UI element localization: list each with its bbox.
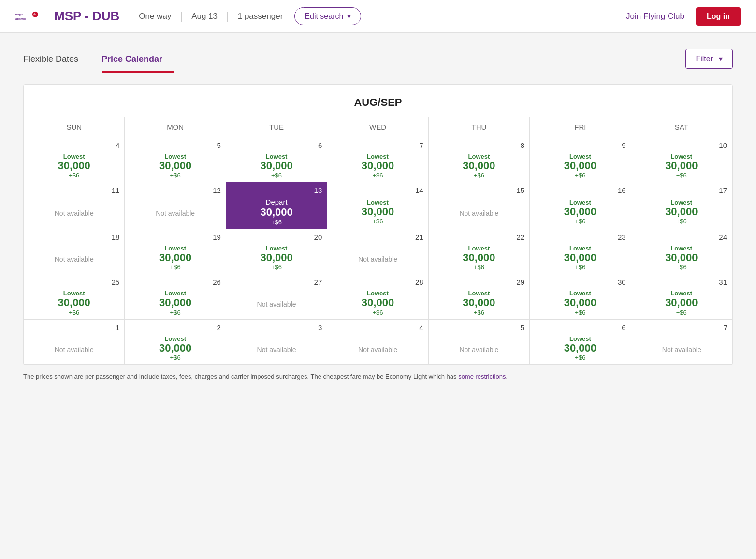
table-row[interactable]: 28Lowest30,000+$6	[327, 274, 428, 319]
price-extra: +$6	[676, 264, 687, 271]
price-extra: +$6	[474, 309, 484, 316]
not-available-text: Not available	[156, 209, 195, 217]
table-row[interactable]: 17Lowest30,000+$6	[631, 182, 732, 229]
price-main: 30,000	[159, 342, 191, 354]
date-number: 4	[116, 141, 119, 149]
cell-content: Lowest30,000+$6	[635, 140, 728, 179]
lowest-label: Lowest	[164, 335, 186, 342]
table-row[interactable]: 6Lowest30,000+$6	[530, 320, 631, 365]
day-sun: SUN	[24, 117, 125, 137]
date-number: 30	[618, 278, 626, 286]
cell-content: Lowest30,000+$6	[129, 232, 221, 271]
lowest-label: Lowest	[164, 245, 186, 252]
table-row[interactable]: 15Not available	[429, 182, 530, 229]
table-row[interactable]: 11Not available	[24, 182, 125, 229]
edit-search-button[interactable]: Edit search	[294, 7, 361, 25]
cell-content: Lowest30,000+$6	[28, 140, 120, 179]
price-extra: +$6	[575, 309, 585, 316]
table-row[interactable]: 4Not available	[327, 320, 428, 365]
cell-content: Not available	[635, 323, 728, 361]
lowest-label: Lowest	[164, 153, 186, 160]
table-row[interactable]: 2Lowest30,000+$6	[125, 320, 226, 365]
price-main: 30,000	[564, 252, 596, 264]
table-row[interactable]: 13Depart30,000+$6	[226, 182, 327, 229]
cell-content: Lowest30,000+$6	[331, 185, 424, 226]
table-row[interactable]: 29Lowest30,000+$6	[429, 274, 530, 319]
table-row[interactable]: 30Lowest30,000+$6	[530, 274, 631, 319]
date-number: 24	[719, 233, 727, 241]
not-available-text: Not available	[257, 346, 296, 353]
price-main: 30,000	[564, 206, 596, 218]
filter-button[interactable]: Filter	[685, 49, 733, 69]
price-main: 30,000	[362, 206, 394, 218]
price-main: 30,000	[564, 160, 596, 172]
date-number: 25	[112, 278, 120, 286]
restrictions-link[interactable]: some restrictions	[458, 373, 506, 380]
price-extra: +$6	[474, 172, 484, 179]
table-row[interactable]: 8Lowest30,000+$6	[429, 137, 530, 182]
cell-content: Depart30,000+$6	[230, 185, 323, 226]
table-row[interactable]: 4Lowest30,000+$6	[24, 137, 125, 182]
table-row[interactable]: 6Lowest30,000+$6	[226, 137, 327, 182]
tab-flexible-dates[interactable]: Flexible Dates	[23, 48, 90, 73]
table-row[interactable]: 16Lowest30,000+$6	[530, 182, 631, 229]
table-row[interactable]: 7Not available	[631, 320, 732, 365]
lowest-label: Lowest	[367, 153, 389, 160]
table-row[interactable]: 7Lowest30,000+$6	[327, 137, 428, 182]
price-extra: +$6	[69, 309, 79, 316]
cell-content: Lowest30,000+$6	[534, 323, 626, 361]
table-row[interactable]: 5Not available	[429, 320, 530, 365]
lowest-label: Lowest	[468, 290, 490, 297]
table-row[interactable]: 3Not available	[226, 320, 327, 365]
cell-content: Not available	[230, 277, 323, 316]
footer-text: The prices shown are per passenger and i…	[23, 373, 458, 380]
price-extra: +$6	[170, 309, 181, 316]
login-button[interactable]: Log in	[696, 7, 741, 26]
lowest-label: Lowest	[569, 335, 591, 342]
price-extra: +$6	[170, 354, 181, 361]
day-tue: TUE	[226, 117, 327, 137]
chevron-down-icon	[347, 12, 351, 21]
price-main: 30,000	[665, 252, 698, 264]
table-row[interactable]: 31Lowest30,000+$6	[631, 274, 732, 319]
table-row[interactable]: 18Not available	[24, 229, 125, 274]
table-row[interactable]: 20Lowest30,000+$6	[226, 229, 327, 274]
lowest-label: Lowest	[670, 199, 692, 206]
table-row[interactable]: 12Not available	[125, 182, 226, 229]
table-row[interactable]: 26Lowest30,000+$6	[125, 274, 226, 319]
table-row[interactable]: 19Lowest30,000+$6	[125, 229, 226, 274]
cell-content: Not available	[331, 323, 424, 361]
svg-text:atlantic: atlantic	[15, 17, 26, 20]
date-number: 17	[719, 186, 727, 194]
table-row[interactable]: 10Lowest30,000+$6	[631, 137, 732, 182]
cell-content: Lowest30,000+$6	[129, 323, 221, 361]
table-row[interactable]: 9Lowest30,000+$6	[530, 137, 631, 182]
table-row[interactable]: 25Lowest30,000+$6	[24, 274, 125, 319]
lowest-label: Lowest	[468, 245, 490, 252]
table-row[interactable]: 24Lowest30,000+$6	[631, 229, 732, 274]
price-main: 30,000	[463, 160, 495, 172]
table-row[interactable]: 5Lowest30,000+$6	[125, 137, 226, 182]
table-row[interactable]: 23Lowest30,000+$6	[530, 229, 631, 274]
not-available-text: Not available	[662, 346, 701, 353]
cell-content: Lowest30,000+$6	[635, 277, 728, 316]
cell-content: Not available	[331, 232, 424, 271]
tabs-area: Flexible Dates Price Calendar Filter	[0, 33, 756, 73]
header: virgin atlantic ✈ MSP - DUB One way | Au…	[0, 0, 756, 33]
lowest-label: Lowest	[670, 290, 692, 297]
price-main: 30,000	[362, 160, 394, 172]
date-number: 29	[516, 278, 524, 286]
table-row[interactable]: 21Not available	[327, 229, 428, 274]
not-available-text: Not available	[55, 255, 94, 263]
depart-label: Depart	[266, 198, 288, 206]
join-flying-club-link[interactable]: Join Flying Club	[626, 12, 684, 21]
table-row[interactable]: 22Lowest30,000+$6	[429, 229, 530, 274]
virgin-atlantic-logo: virgin atlantic ✈	[15, 7, 39, 26]
table-row[interactable]: 14Lowest30,000+$6	[327, 182, 428, 229]
tab-price-calendar[interactable]: Price Calendar	[102, 48, 174, 73]
table-row[interactable]: 1Not available	[24, 320, 125, 365]
svg-text:virgin: virgin	[15, 13, 24, 16]
table-row[interactable]: 27Not available	[226, 274, 327, 319]
price-main: 30,000	[159, 160, 191, 172]
date-number: 4	[419, 324, 423, 332]
